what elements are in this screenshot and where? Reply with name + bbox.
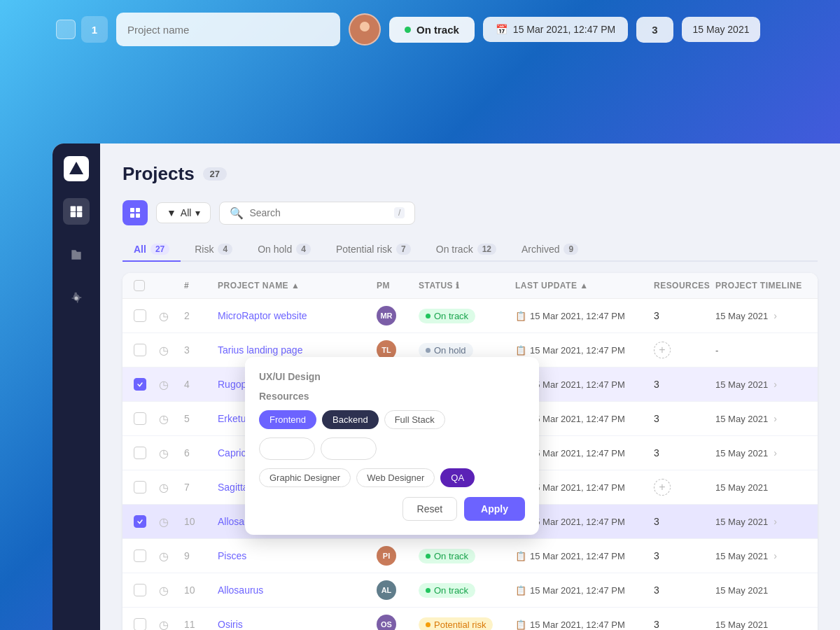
filter-icon: ▼ (167, 207, 176, 218)
top-num: 1 (81, 16, 108, 43)
row-number: 11 (184, 619, 212, 630)
last-update: 📋 15 Mar 2021, 12:47 PM (515, 551, 648, 561)
row-checkbox[interactable] (134, 550, 146, 562)
grid-view-button[interactable] (122, 200, 148, 225)
row-checkbox[interactable] (134, 515, 146, 528)
row-checkbox[interactable] (134, 412, 146, 425)
project-name-input[interactable] (116, 13, 340, 46)
row-status-icon: ◷ (159, 584, 178, 597)
add-resource-button[interactable]: + (654, 342, 671, 358)
last-update: 📋 15 Mar 2021, 12:47 PM (515, 585, 648, 596)
timeline-date: 15 May 2021 (715, 414, 768, 424)
tab-on-track[interactable]: On track 12 (425, 238, 507, 262)
chip-qa[interactable]: QA (440, 468, 475, 487)
chip-frontend[interactable]: Frontend (259, 410, 316, 429)
chevron-right-icon: › (774, 550, 777, 561)
sidebar-item-settings[interactable] (63, 285, 90, 312)
popup-chips-row3: Graphic Designer Web Designer QA (259, 468, 525, 487)
timeline-cell: 15 May 2021 › (715, 310, 806, 321)
filter-label: All (181, 207, 192, 218)
row-checkbox[interactable] (134, 447, 146, 459)
row-number: 6 (184, 447, 212, 458)
timeline-date: 15 May 2021 (715, 551, 768, 561)
shortcut-badge: / (394, 207, 405, 218)
chip-web-designer[interactable]: Web Designer (356, 468, 435, 487)
resources-cell[interactable]: + (654, 342, 710, 358)
apply-button[interactable]: Apply (464, 497, 525, 521)
header-resources: Resources (654, 281, 710, 290)
chip-fullstack[interactable]: Full Stack (384, 410, 445, 429)
svg-rect-4 (77, 206, 83, 212)
row-checkbox[interactable] (134, 378, 146, 391)
row-status-icon: ◷ (159, 309, 178, 323)
row-checkbox[interactable] (134, 481, 146, 493)
chevron-right-icon: › (774, 447, 777, 458)
status-text: On track (434, 585, 468, 596)
resources-count: 3 (654, 584, 710, 596)
status-text: On hold (434, 345, 466, 356)
project-name-link[interactable]: Osiris (218, 619, 371, 630)
tab-risk[interactable]: Risk 4 (183, 238, 244, 262)
resources-cell[interactable]: + (654, 479, 710, 496)
row-status-icon: ◷ (159, 618, 178, 631)
row-checkbox[interactable] (134, 618, 146, 630)
chevron-down-icon: ▾ (195, 207, 200, 218)
resource-filter-popup: UX/UI Design Resources Frontend Backend … (245, 357, 539, 535)
reset-button[interactable]: Reset (402, 497, 458, 521)
filter-button[interactable]: ▼ All ▾ (156, 202, 211, 223)
chip-placeholder-2[interactable] (321, 438, 377, 460)
resources-count: 3 (654, 447, 710, 458)
status-dot (426, 588, 430, 593)
row-checkbox[interactable] (134, 344, 146, 356)
chevron-right-icon: › (774, 379, 777, 390)
tab-onhold[interactable]: On hold 4 (246, 238, 322, 262)
tab-all-label: All (134, 244, 146, 255)
tab-all[interactable]: All 27 (122, 238, 181, 262)
chip-graphic-designer[interactable]: Graphic Designer (259, 468, 351, 487)
reset-label: Reset (417, 503, 443, 514)
add-resource-button[interactable]: + (654, 479, 671, 496)
top-bar: 1 On track 📅 15 Mar 2021, 12:47 PM 3 15 … (0, 0, 840, 59)
chip-label: Full Stack (395, 414, 435, 425)
row-number: 3 (184, 344, 212, 356)
calendar-icon: 📅 (496, 24, 507, 35)
tab-potential-risk[interactable]: Potential risk 7 (325, 238, 422, 262)
project-name-link[interactable]: Allosaurus (218, 584, 371, 596)
svg-rect-6 (77, 212, 83, 218)
popup-actions: Reset Apply (259, 497, 525, 521)
project-name-link[interactable]: Pisces (218, 550, 371, 561)
row-number: 10 (184, 516, 212, 527)
tab-archived[interactable]: Archived 9 (510, 238, 589, 262)
select-all-checkbox[interactable] (134, 280, 153, 291)
timeline-cell: 15 May 2021 (715, 482, 806, 493)
project-name-link[interactable]: MicroRaptor website (218, 310, 371, 321)
page-header: Projects 27 (122, 163, 818, 185)
search-input[interactable] (249, 207, 388, 218)
row-number: 5 (184, 413, 212, 424)
svg-rect-3 (71, 206, 76, 212)
calendar-icon: 📋 (515, 551, 526, 561)
resources-count: 3 (654, 379, 710, 390)
timeline-date: 15 May 2021 (715, 311, 768, 321)
search-box[interactable]: 🔍 / (219, 202, 415, 225)
status-badge: Potential risk (419, 617, 510, 631)
row-checkbox[interactable] (134, 584, 146, 596)
calendar-icon: 📋 (515, 585, 526, 596)
project-name-link[interactable]: Tarius landing page (218, 344, 371, 356)
sidebar-item-projects[interactable] (63, 198, 90, 225)
last-update: 📋 15 Mar 2021, 12:47 PM (515, 345, 648, 356)
top-avatar (349, 13, 381, 46)
sidebar-logo[interactable] (64, 156, 89, 181)
top-checkbox[interactable] (56, 20, 76, 39)
svg-point-1 (356, 32, 373, 42)
sidebar-item-files[interactable] (63, 241, 90, 268)
timeline-cell: 15 May 2021 (715, 620, 806, 630)
pm-avatar: MR (377, 306, 413, 326)
row-checkbox[interactable] (134, 309, 146, 322)
header-timeline: PROJECT TIMELINE (715, 281, 806, 290)
pm-avatar: OS (377, 615, 413, 630)
chip-placeholder-1[interactable] (259, 438, 315, 460)
tab-risk-label: Risk (195, 244, 214, 255)
resources-count: 3 (654, 619, 710, 630)
chip-backend[interactable]: Backend (322, 410, 379, 429)
